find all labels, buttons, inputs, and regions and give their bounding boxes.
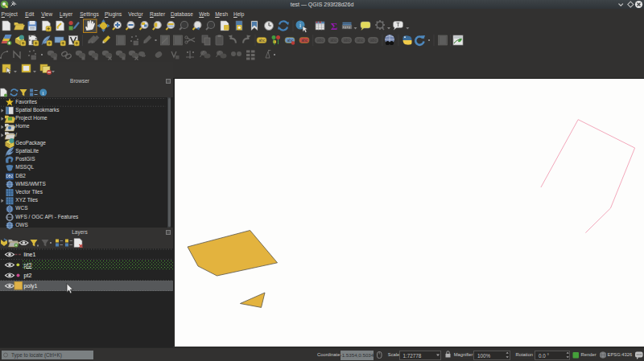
svg-text:abc: abc <box>317 38 324 43</box>
svg-text:Σ: Σ <box>331 20 338 32</box>
svg-text:abc: abc <box>370 38 378 43</box>
svg-text:abc: abc <box>330 38 337 43</box>
svg-text:abc: abc <box>357 38 364 43</box>
svg-text:abc: abc <box>301 38 308 43</box>
svg-text:abc: abc <box>287 38 294 43</box>
svg-text:abc: abc <box>258 38 266 43</box>
svg-text:T: T <box>396 22 400 27</box>
svg-text:i: i <box>299 22 302 29</box>
svg-text:abc: abc <box>344 38 351 43</box>
